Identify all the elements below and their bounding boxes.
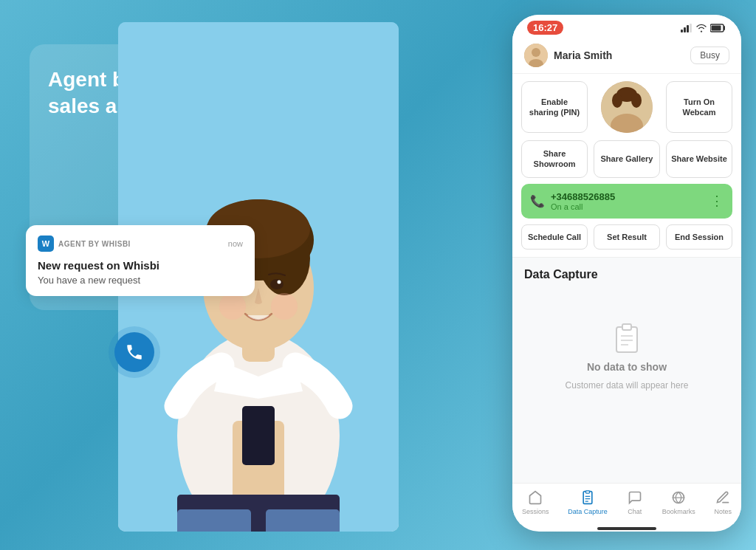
svg-rect-27 [712, 25, 721, 30]
phone-call-icon[interactable] [114, 332, 154, 372]
bottom-nav: Sessions Data Capture [512, 483, 741, 524]
schedule-call-button[interactable]: Schedule Call [521, 224, 588, 250]
no-data-subtitle: Customer data will appear here [566, 380, 689, 391]
avatar-svg [524, 44, 548, 67]
phone-header: Maria Smith Busy [512, 38, 741, 74]
grid-avatar-container [594, 81, 660, 133]
agent-name: Maria Smith [554, 49, 612, 61]
status-bar: 16:27 [512, 15, 741, 38]
svg-point-29 [532, 48, 540, 57]
session-buttons-row: Schedule Call Set Result End Session [512, 224, 741, 257]
share-gallery-button[interactable]: Share Gallery [594, 140, 660, 178]
enable-sharing-button[interactable]: Enable sharing (PIN) [521, 81, 588, 133]
data-capture-section: Data Capture No data to show Customer da… [512, 257, 741, 483]
end-session-button[interactable]: End Session [666, 224, 732, 250]
agent-info: Maria Smith [524, 44, 612, 67]
wifi-icon [695, 24, 707, 32]
status-time: 16:27 [527, 21, 563, 35]
svg-point-14 [278, 281, 281, 284]
notification-brand-text: AGENT BY WHISBI [58, 240, 131, 248]
action-grid: Enable sharing (PIN) Turn On Webcam [512, 74, 741, 140]
svg-rect-38 [622, 324, 631, 330]
clipboard-icon [609, 318, 645, 354]
sessions-icon [527, 489, 543, 506]
turn-on-webcam-button[interactable]: Turn On Webcam [666, 81, 732, 133]
bottom-indicator [597, 527, 656, 530]
svg-rect-18 [242, 406, 275, 465]
no-data-container: No data to show Customer data will appea… [524, 296, 729, 413]
action-row2: Share Showroom Share Gallery Share Websi… [512, 140, 741, 184]
share-website-button[interactable]: Share Website [666, 140, 732, 178]
data-capture-title: Data Capture [524, 268, 729, 281]
svg-rect-21 [266, 509, 340, 532]
svg-point-35 [612, 93, 622, 108]
whisbi-logo-icon: W [38, 236, 54, 252]
main-container: Agent by Whisbi sales app [0, 0, 756, 550]
battery-icon [710, 24, 726, 32]
set-result-button[interactable]: Set Result [594, 224, 660, 250]
data-capture-nav-icon [580, 489, 596, 506]
phone-icon-svg [125, 343, 144, 362]
sessions-nav-label: Sessions [522, 508, 549, 515]
avatar [524, 44, 548, 67]
nav-item-chat[interactable]: Chat [627, 489, 643, 515]
busy-badge: Busy [690, 47, 729, 64]
call-info: 📞 +34688526885 On a call [530, 191, 615, 211]
data-capture-nav-label: Data Capture [568, 508, 608, 515]
call-status: On a call [551, 202, 615, 211]
notification-title: New request on Whisbi [38, 259, 243, 272]
share-showroom-button[interactable]: Share Showroom [521, 140, 588, 178]
center-avatar [601, 81, 653, 133]
signal-icon [681, 24, 693, 32]
call-phone-icon: 📞 [530, 194, 545, 208]
notification-brand: W AGENT BY WHISBI [38, 236, 131, 252]
svg-rect-24 [687, 25, 689, 32]
status-icons [681, 24, 726, 32]
center-avatar-svg [601, 81, 653, 133]
svg-rect-23 [684, 27, 686, 32]
nav-item-data-capture[interactable]: Data Capture [568, 489, 608, 515]
call-number: +34688526885 [551, 191, 615, 202]
nav-item-bookmarks[interactable]: Bookmarks [662, 489, 695, 515]
notification-header: W AGENT BY WHISBI now [38, 236, 243, 252]
bookmarks-nav-icon [670, 489, 687, 506]
no-data-title: No data to show [587, 361, 667, 373]
svg-point-15 [219, 293, 246, 320]
call-banner: 📞 +34688526885 On a call ⋮ [521, 184, 732, 219]
svg-point-12 [270, 279, 284, 289]
notes-nav-icon [715, 489, 731, 506]
chat-nav-icon [627, 489, 643, 506]
phone-frame: 16:27 [512, 15, 741, 532]
notes-nav-label: Notes [715, 508, 732, 515]
nav-item-notes[interactable]: Notes [715, 489, 732, 515]
call-details: +34688526885 On a call [551, 191, 615, 211]
notification-body: You have a new request [38, 275, 243, 286]
nav-item-sessions[interactable]: Sessions [522, 489, 549, 515]
svg-point-36 [631, 93, 642, 108]
svg-rect-22 [681, 30, 683, 32]
chat-nav-label: Chat [628, 508, 642, 515]
call-menu-dots-icon[interactable]: ⋮ [710, 193, 724, 209]
notification-time: now [228, 239, 243, 248]
svg-rect-25 [690, 24, 692, 32]
notification-card: W AGENT BY WHISBI now New request on Whi… [26, 225, 255, 296]
svg-point-16 [271, 293, 298, 320]
bookmarks-nav-label: Bookmarks [662, 508, 695, 515]
svg-rect-20 [177, 509, 251, 532]
svg-rect-43 [586, 491, 590, 493]
